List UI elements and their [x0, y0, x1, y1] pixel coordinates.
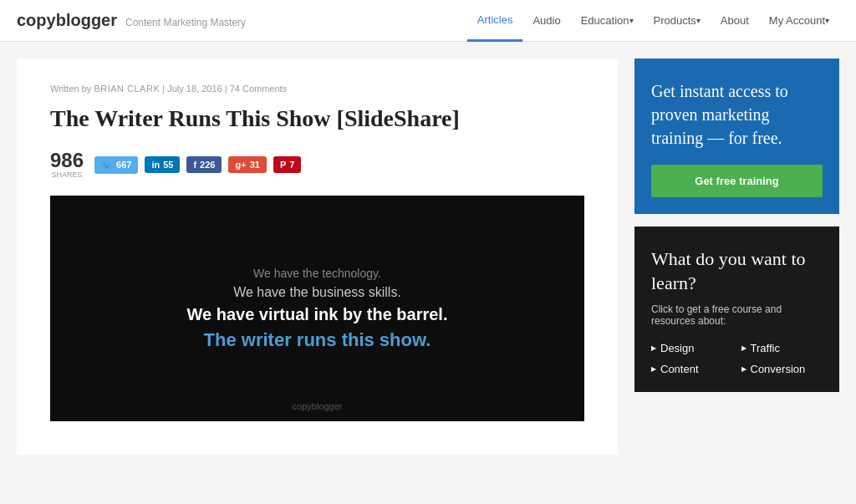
get-free-training-button[interactable]: Get free training: [651, 165, 823, 197]
twitter-share-button[interactable]: 🐦 667: [94, 156, 138, 174]
linkedin-icon: in: [151, 160, 160, 170]
article-meta: Written by Brian Clark | July 18, 2016 |…: [50, 84, 584, 94]
article-date: July 18, 2016: [167, 84, 222, 94]
article-title: The Writer Runs This Show [SlideShare]: [50, 104, 584, 134]
slide-line-1: We have the technology.: [253, 267, 381, 280]
linkedin-share-button[interactable]: in 55: [145, 156, 180, 173]
facebook-count: 226: [200, 160, 215, 170]
logo[interactable]: copyblogger: [17, 11, 117, 30]
promo-box: Get instant access to proven marketing t…: [634, 59, 839, 214]
main-content: Written by Brian Clark | July 18, 2016 |…: [0, 42, 856, 471]
comments-count[interactable]: 74 Comments: [230, 84, 287, 94]
written-by-label: Written by: [50, 84, 91, 94]
slide-line-2: We have the business skills.: [233, 285, 401, 300]
author-name[interactable]: Brian Clark: [94, 84, 160, 94]
nav-audio[interactable]: Audio: [522, 0, 570, 42]
header: copyblogger Content Marketing Mastery Ar…: [0, 0, 856, 42]
learn-subtitle: Click to get a free course and resources…: [651, 303, 823, 327]
tagline: Content Marketing Mastery: [125, 17, 246, 28]
learn-traffic-link[interactable]: Traffic: [741, 342, 823, 354]
nav-account[interactable]: My Account: [759, 0, 839, 42]
sidebar: Get instant access to proven marketing t…: [634, 59, 839, 455]
slide-presentation: We have the technology. We have the busi…: [50, 196, 584, 421]
nav-education[interactable]: Education: [571, 0, 644, 42]
pinterest-count: 7: [289, 160, 294, 170]
slide-watermark: copyblogger: [293, 401, 343, 411]
main-nav: Articles Audio Education Products About …: [467, 0, 839, 42]
share-count: 986 SHARES: [50, 150, 84, 179]
google-count: 31: [250, 160, 260, 170]
nav-about[interactable]: About: [711, 0, 759, 42]
facebook-share-button[interactable]: f 226: [186, 156, 222, 173]
nav-articles[interactable]: Articles: [467, 0, 523, 42]
share-number: 986: [50, 150, 84, 171]
facebook-icon: f: [193, 160, 196, 170]
learn-box: What do you want to learn? Click to get …: [634, 227, 839, 392]
learn-title: What do you want to learn?: [651, 247, 823, 295]
google-icon: g+: [235, 160, 246, 170]
nav-products[interactable]: Products: [644, 0, 711, 42]
learn-content-link[interactable]: Content: [651, 363, 733, 375]
twitter-icon: 🐦: [101, 160, 113, 171]
learn-links: Design Traffic Content Conversion: [651, 342, 823, 375]
slide-line-3: We have virtual ink by the barrel.: [187, 305, 448, 324]
twitter-count: 667: [116, 160, 131, 170]
learn-design-link[interactable]: Design: [651, 342, 733, 354]
google-share-button[interactable]: g+ 31: [228, 156, 266, 173]
share-bar: 986 SHARES 🐦 667 in 55 f 226 g+ 31 P 7: [50, 150, 584, 179]
pinterest-icon: P: [280, 160, 286, 170]
slide-line-4: The writer runs this show.: [204, 329, 431, 351]
learn-conversion-link[interactable]: Conversion: [741, 363, 823, 375]
article-area: Written by Brian Clark | July 18, 2016 |…: [17, 59, 618, 455]
linkedin-count: 55: [163, 160, 173, 170]
promo-text: Get instant access to proven marketing t…: [651, 79, 823, 150]
logo-area: copyblogger Content Marketing Mastery: [17, 11, 246, 30]
share-label: SHARES: [52, 171, 83, 179]
pinterest-share-button[interactable]: P 7: [273, 156, 301, 173]
